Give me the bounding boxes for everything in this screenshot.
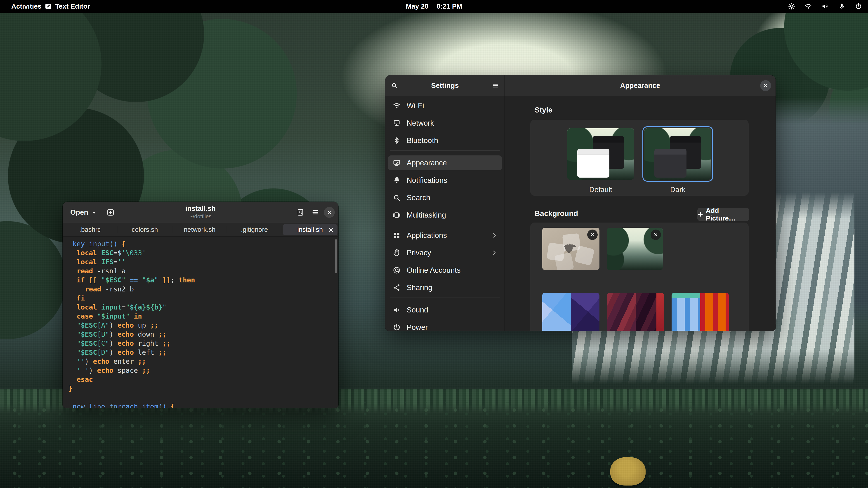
sidebar-item-appearance[interactable]: Appearance <box>388 156 502 170</box>
tab-label: network.sh <box>184 226 215 233</box>
code-line: read -rsn1 a <box>68 267 338 275</box>
wallpaper-speckle <box>0 402 868 488</box>
sidebar-item-sound[interactable]: Sound <box>388 302 502 318</box>
tab--bashrc[interactable]: .bashrc <box>63 223 117 236</box>
sidebar-item-label: Network <box>407 119 434 127</box>
settings-title: Settings <box>385 75 504 96</box>
mock-window-front-dark <box>654 149 686 177</box>
network-icon <box>393 119 401 127</box>
sharing-icon <box>393 284 401 292</box>
new-tab-button[interactable] <box>105 207 116 218</box>
apps-grid-icon <box>393 231 401 239</box>
sidebar-item-search[interactable]: Search <box>388 190 502 205</box>
style-option-default[interactable]: Default <box>567 128 634 194</box>
tab--gitignore[interactable]: .gitignore <box>227 223 282 236</box>
sidebar-item-wi-fi[interactable]: Wi-Fi <box>388 98 502 113</box>
tab-bar: .bashrccolors.shnetwork.sh.gitignoreinst… <box>63 223 338 236</box>
hamburger-menu-icon <box>311 208 319 217</box>
settings-main-pane: Appearance Style Default <box>505 75 776 331</box>
tab-network-sh[interactable]: network.sh <box>172 223 227 236</box>
background-thumb-drips-blue-orange[interactable] <box>672 293 729 331</box>
system-status-area[interactable] <box>788 0 862 13</box>
background-thumb-custom-tiles-dragon[interactable] <box>542 228 599 270</box>
sidebar-item-sharing[interactable]: Sharing <box>388 280 502 295</box>
code-line <box>68 393 338 402</box>
clock-time: 8:21 PM <box>436 2 462 10</box>
sidebar-item-label: Appearance <box>407 159 447 167</box>
close-icon <box>327 209 332 215</box>
document-name: install.sh <box>185 204 216 213</box>
close-icon <box>590 232 595 237</box>
sidebar-item-applications[interactable]: Applications <box>388 228 502 243</box>
code-line: } <box>68 384 338 393</box>
clock-button[interactable]: May 28 8:21 PM <box>406 0 462 13</box>
chevron-down-icon <box>91 209 97 215</box>
settings-close-button[interactable] <box>760 80 771 91</box>
text-editor-window: Open install.sh ~/dotfiles <box>63 202 338 408</box>
code-line: case "$input" in <box>68 312 338 321</box>
sidebar-item-label: Sharing <box>407 283 432 292</box>
appearance-icon <box>393 159 401 167</box>
window-close-button[interactable] <box>324 207 335 218</box>
code-line: if [[ "$ESC" == "$a" ]]; then <box>68 275 338 285</box>
tab-label: .bashrc <box>79 226 101 233</box>
background-section-label: Background <box>535 209 578 218</box>
tab-close-icon[interactable] <box>328 226 334 233</box>
sidebar-item-power[interactable]: Power <box>388 320 502 331</box>
open-button-label: Open <box>70 208 88 217</box>
remove-wallpaper-button[interactable] <box>651 230 661 240</box>
sidebar-item-multitasking[interactable]: Multitasking <box>388 207 502 223</box>
close-icon <box>653 232 658 237</box>
code-line: "$ESC[D") echo left ;; <box>68 348 338 357</box>
sidebar-item-label: Wi-Fi <box>407 101 424 110</box>
new-tab-icon <box>106 208 115 217</box>
settings-main-header: Appearance <box>505 75 776 96</box>
bell-icon <box>393 176 401 184</box>
sidebar-item-label: Applications <box>407 231 447 240</box>
code-line: local ESC=$'\033' <box>68 249 338 258</box>
settings-sidebar-header: Settings <box>385 75 504 96</box>
power-icon <box>855 3 862 10</box>
document-title: install.sh ~/dotfiles <box>185 204 216 220</box>
tab-colors-sh[interactable]: colors.sh <box>117 223 172 236</box>
activities-button[interactable]: Activities <box>8 0 44 13</box>
sidebar-item-bluetooth[interactable]: Bluetooth <box>388 133 502 148</box>
style-option-dark[interactable]: Dark <box>645 128 711 194</box>
code-line: ' ') echo space ;; <box>68 366 338 375</box>
multitasking-icon <box>393 211 401 219</box>
code-line: "$ESC[A") echo up ;; <box>68 321 338 330</box>
focused-app-menu[interactable]: Text Editor <box>44 0 90 13</box>
chevron-right-icon <box>491 250 498 256</box>
sidebar-item-label: Search <box>407 193 430 202</box>
sidebar-item-label: Bluetooth <box>407 136 438 145</box>
sidebar-item-privacy[interactable]: Privacy <box>388 246 502 260</box>
hamburger-menu-icon <box>492 82 499 89</box>
background-thumb-forest-waterfall[interactable] <box>607 228 663 270</box>
top-bar: Activities Text Editor May 28 8:21 PM <box>0 0 868 13</box>
add-picture-button[interactable]: Add Picture… <box>698 208 749 221</box>
tab-install-sh[interactable]: install.sh <box>283 224 338 235</box>
style-default-preview <box>567 128 634 180</box>
settings-window: Settings Wi-FiNetworkBluetoothAppearance… <box>385 75 776 331</box>
sidebar-item-notifications[interactable]: Notifications <box>388 173 502 188</box>
remove-wallpaper-button[interactable] <box>587 230 598 240</box>
code-line: local IFS='' <box>68 258 338 267</box>
style-option-label: Default <box>567 186 634 194</box>
background-thumb-waves-dark-red[interactable] <box>607 293 664 331</box>
chevron-right-icon <box>491 232 498 239</box>
tab-label: .gitignore <box>241 226 268 233</box>
document-overview-button[interactable] <box>295 207 306 218</box>
main-menu-button[interactable] <box>310 207 321 218</box>
code-area[interactable]: _key_input() { local ESC=$'\033' local I… <box>63 237 338 408</box>
sidebar-item-network[interactable]: Network <box>388 116 502 131</box>
background-thumb-pixels-blue-purple[interactable] <box>542 293 599 331</box>
settings-menu-button[interactable] <box>490 80 501 91</box>
privacy-hand-icon <box>393 249 401 257</box>
online-accounts-icon <box>393 266 401 274</box>
sidebar-item-online-accounts[interactable]: Online Accounts <box>388 263 502 278</box>
open-document-button[interactable]: Open <box>68 207 99 218</box>
code-line: esac <box>68 375 338 384</box>
settings-sidebar-list: Wi-FiNetworkBluetoothAppearanceNotificat… <box>385 96 504 331</box>
search-icon <box>393 194 401 202</box>
editor-scrollbar-thumb[interactable] <box>335 239 337 273</box>
